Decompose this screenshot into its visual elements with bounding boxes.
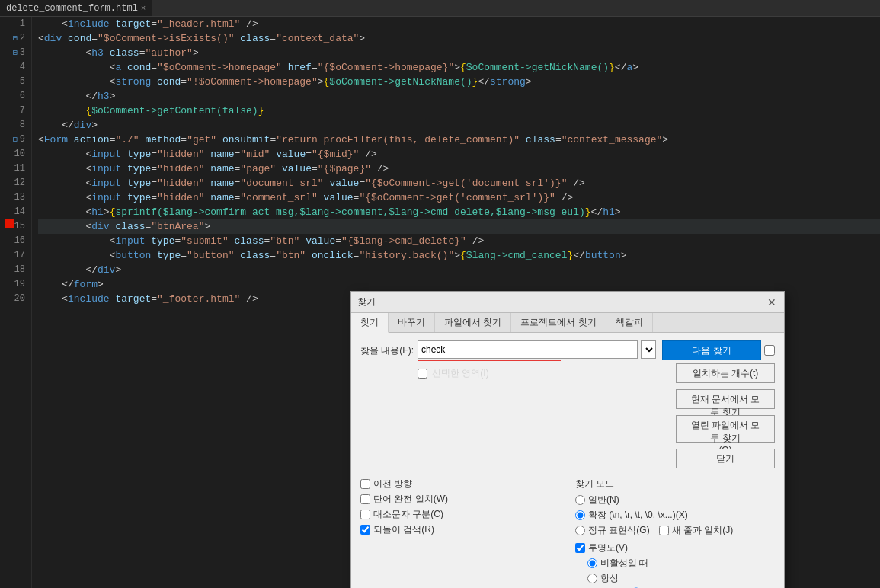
check-whole-word[interactable] bbox=[360, 494, 370, 504]
radio-extended[interactable] bbox=[575, 510, 585, 520]
code-line-2[interactable]: <div cond="$oComment->isExists()" class=… bbox=[38, 31, 880, 46]
line-num-label: 8 bbox=[20, 120, 25, 130]
code-line-16[interactable]: <input type="submit" class="btn" value="… bbox=[38, 234, 880, 248]
fold-open-icon[interactable] bbox=[11, 133, 20, 147]
code-line-11[interactable]: <input type="hidden" name="page" value="… bbox=[38, 161, 880, 176]
code-line-4[interactable]: <a cond="$oComment->homepage" href="{$oC… bbox=[38, 60, 880, 75]
code-line-5[interactable]: <strong cond="!$oComment->homepage">{$oC… bbox=[38, 75, 880, 89]
check-loop[interactable] bbox=[360, 525, 370, 535]
radio-regex-row: 정규 표현식(G) 새 줄과 일치(J) bbox=[575, 524, 775, 537]
code-line-18[interactable]: </div> bbox=[38, 263, 880, 277]
line-num-label: 14 bbox=[14, 206, 25, 217]
code-line-9[interactable]: <Form action="./" method="get" onsubmit=… bbox=[38, 133, 880, 147]
fold-open-icon[interactable] bbox=[11, 31, 20, 46]
line-num-label: 2 bbox=[20, 33, 25, 43]
btn-next-find[interactable]: 다음 찾기 bbox=[662, 340, 761, 360]
line-number-11: 11 bbox=[0, 161, 25, 176]
find-input[interactable] bbox=[418, 340, 638, 359]
code-line-17[interactable]: <button type="button" class="btn" onclic… bbox=[38, 248, 880, 263]
line-num-label: 18 bbox=[14, 264, 25, 275]
check-case[interactable] bbox=[360, 510, 370, 519]
options-left: 이전 방향 단어 완전 일치(W) 대소문자 구분(C) 되돌이 검색(R) bbox=[360, 478, 560, 588]
code-line-7[interactable]: {$oComment->getContent(false)} bbox=[38, 104, 880, 118]
line-number-3: 3 bbox=[0, 46, 25, 60]
radio-regex[interactable] bbox=[575, 526, 585, 535]
radio-extended-row: 확장 (\n, \r, \t, \0, \x...)(X) bbox=[575, 509, 775, 522]
line-number-8: 8 bbox=[0, 118, 25, 133]
check-whole-word-label: 단어 완전 일치(W) bbox=[373, 493, 448, 506]
tab-close-btn[interactable]: × bbox=[141, 4, 146, 13]
check-whole-word-row: 단어 완전 일치(W) bbox=[360, 493, 560, 506]
tab-filename: delete_comment_form.html bbox=[6, 3, 138, 14]
radio-normal-label: 일반(N) bbox=[588, 494, 619, 507]
radio-inactive-label: 비활성일 때 bbox=[600, 557, 648, 570]
code-line-12[interactable]: <input type="hidden" name="document_srl"… bbox=[38, 176, 880, 190]
scope-checkbox[interactable] bbox=[418, 369, 427, 379]
code-line-8[interactable]: </div> bbox=[38, 118, 880, 133]
dialog-title: 찾기 bbox=[357, 296, 376, 308]
code-line-3[interactable]: <h3 class="author"> bbox=[38, 46, 880, 60]
line-number-6: 6 bbox=[0, 89, 25, 104]
dialog-body: 찾을 내용(F): 선택한 영역(I) bbox=[351, 333, 784, 588]
checkbox-extra[interactable] bbox=[764, 345, 775, 356]
line-number-17: 17 bbox=[0, 248, 25, 263]
check-new-line[interactable] bbox=[659, 526, 669, 535]
code-line-1[interactable]: <include target="_header.html" /> bbox=[38, 17, 880, 31]
editor-tab[interactable]: delete_comment_form.html × bbox=[0, 0, 152, 16]
line-number-1: 1 bbox=[0, 17, 25, 31]
code-line-6[interactable]: </h3> bbox=[38, 89, 880, 104]
tab-find-in-project[interactable]: 프로젝트에서 찾기 bbox=[511, 313, 606, 332]
tab-find[interactable]: 찾기 bbox=[351, 313, 389, 333]
line-numbers: 123 4 5 6 7 89 10 11 12 13 1415 16 17 18… bbox=[0, 17, 32, 588]
line-number-2: 2 bbox=[0, 31, 25, 46]
dialog-close-button[interactable]: ✕ bbox=[766, 297, 778, 308]
line-number-9: 9 bbox=[0, 133, 25, 147]
line-number-4: 4 bbox=[0, 60, 25, 75]
line-num-label: 3 bbox=[20, 47, 25, 58]
transparent-group: 투명도(V) 비활성일 때 항상 bbox=[575, 542, 775, 588]
line-number-18: 18 bbox=[0, 263, 25, 277]
scope-label: 선택한 영역(I) bbox=[432, 367, 489, 380]
radio-normal[interactable] bbox=[575, 495, 585, 505]
btn-match-count[interactable]: 일치하는 개수(t) bbox=[676, 363, 775, 383]
btn-close[interactable]: 닫기 bbox=[676, 449, 775, 468]
tab-replace[interactable]: 바꾸기 bbox=[389, 313, 435, 332]
check-new-line-label: 새 줄과 일치(J) bbox=[672, 524, 734, 537]
find-input-underline bbox=[418, 360, 561, 361]
editor-area: 123 4 5 6 7 89 10 11 12 13 1415 16 17 18… bbox=[0, 17, 880, 588]
line-num-label: 12 bbox=[14, 177, 25, 188]
tab-bar: delete_comment_form.html × bbox=[0, 0, 880, 17]
radio-regex-label: 정규 표현식(G) bbox=[588, 524, 650, 537]
dialog-tab-bar: 찾기 바꾸기 파일에서 찾기 프로젝트에서 찾기 책갈피 bbox=[351, 313, 784, 333]
radio-inactive[interactable] bbox=[587, 558, 597, 568]
tab-bookmark[interactable]: 책갈피 bbox=[606, 313, 653, 332]
code-line-15[interactable]: <div class="btnArea"> bbox=[38, 219, 880, 234]
btn-find-all-open[interactable]: 열린 파일에서 모두 찾기 (O) bbox=[676, 415, 775, 443]
radio-extended-label: 확장 (\n, \r, \t, \0, \x...)(X) bbox=[588, 509, 688, 522]
line-number-19: 19 bbox=[0, 277, 25, 292]
check-transparent[interactable] bbox=[575, 543, 585, 553]
code-line-19[interactable]: </form> bbox=[38, 277, 880, 292]
code-line-10[interactable]: <input type="hidden" name="mid" value="{… bbox=[38, 147, 880, 161]
tab-find-in-files[interactable]: 파일에서 찾기 bbox=[435, 313, 511, 332]
code-line-13[interactable]: <input type="hidden" name="comment_srl" … bbox=[38, 190, 880, 205]
line-num-label: 13 bbox=[14, 192, 25, 203]
radio-normal-row: 일반(N) bbox=[575, 494, 775, 507]
line-num-label: 7 bbox=[20, 105, 25, 116]
dialog-titlebar: 찾기 ✕ bbox=[351, 292, 784, 313]
check-prev-direction[interactable] bbox=[360, 479, 370, 489]
line-number-10: 10 bbox=[0, 147, 25, 161]
find-dialog: 찾기 ✕ 찾기 바꾸기 파일에서 찾기 프로젝트에서 찾기 책갈피 찾을 내용(… bbox=[350, 291, 785, 588]
radio-always[interactable] bbox=[587, 574, 597, 583]
find-history-dropdown[interactable] bbox=[641, 340, 656, 359]
check-case-label: 대소문자 구분(C) bbox=[373, 508, 443, 521]
line-num-label: 5 bbox=[20, 76, 25, 87]
btn-find-all-doc[interactable]: 현재 문서에서 모두 찾기 bbox=[676, 389, 775, 409]
line-num-label: 1 bbox=[20, 18, 25, 29]
code-line-14[interactable]: <h1>{sprintf($lang->comfirm_act_msg,$lan… bbox=[38, 205, 880, 219]
fold-open-icon[interactable] bbox=[11, 46, 20, 60]
find-input-row: 찾을 내용(F): bbox=[360, 340, 656, 361]
line-num-label: 4 bbox=[20, 62, 25, 72]
line-num-label: 19 bbox=[14, 279, 25, 289]
find-fields: 찾을 내용(F): 선택한 영역(I) bbox=[360, 340, 656, 471]
